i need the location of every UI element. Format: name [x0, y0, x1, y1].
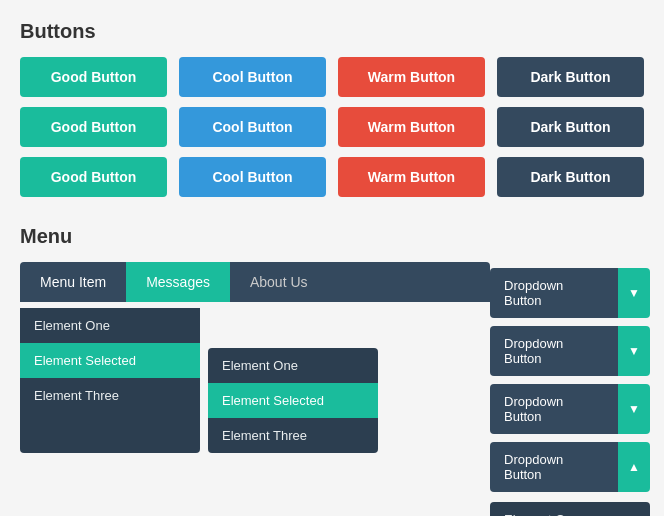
sub-dropdown-item-2[interactable]: Element Selected [208, 383, 378, 418]
sub-dropdown-item-1[interactable]: Element One [208, 348, 378, 383]
warm-button-1[interactable]: Warm Button [338, 57, 485, 97]
menu-dropdowns-row: Element One Element Selected Element Thr… [20, 308, 490, 453]
left-dropdown-item-3[interactable]: Element Three [20, 378, 200, 413]
cool-button-2[interactable]: Cool Button [179, 107, 326, 147]
sub-dropdown-item-3[interactable]: Element Three [208, 418, 378, 453]
menu-left: Menu Item Messages About Us Element One … [20, 262, 490, 516]
button-row-2: Good Button Cool Button Warm Button Dark… [20, 107, 644, 147]
dark-button-1[interactable]: Dark Button [497, 57, 644, 97]
dropdown-caret-4[interactable]: ▲ [618, 442, 650, 492]
menu-tab-about[interactable]: About Us [230, 262, 328, 302]
menu-tab-messages[interactable]: Messages [126, 262, 230, 302]
dropdown-btn-wrap-3: Dropdown Button ▼ [490, 384, 650, 434]
dropdown-btn-wrap-4: Dropdown Button ▲ [490, 442, 650, 492]
dropdown-caret-1[interactable]: ▼ [618, 268, 650, 318]
dropdown-caret-3[interactable]: ▼ [618, 384, 650, 434]
dropdown-caret-2[interactable]: ▼ [618, 326, 650, 376]
left-dropdown-item-2[interactable]: Element Selected [20, 343, 200, 378]
buttons-section: Buttons Good Button Cool Button Warm But… [20, 20, 644, 197]
button-row-1: Good Button Cool Button Warm Button Dark… [20, 57, 644, 97]
good-button-2[interactable]: Good Button [20, 107, 167, 147]
sub-dropdown: Element One Element Selected Element Thr… [208, 348, 378, 453]
right-dropdown-item-1[interactable]: Element One [490, 502, 650, 516]
left-dropdown: Element One Element Selected Element Thr… [20, 308, 200, 453]
good-button-3[interactable]: Good Button [20, 157, 167, 197]
cool-button-1[interactable]: Cool Button [179, 57, 326, 97]
menu-section: Menu Menu Item Messages About Us Element… [20, 225, 644, 516]
cool-button-3[interactable]: Cool Button [179, 157, 326, 197]
dropdown-button-4[interactable]: Dropdown Button [490, 442, 618, 492]
dropdown-btn-wrap-1: Dropdown Button ▼ [490, 268, 650, 318]
good-button-1[interactable]: Good Button [20, 57, 167, 97]
menu-title: Menu [20, 225, 644, 248]
dark-button-3[interactable]: Dark Button [497, 157, 644, 197]
left-dropdown-item-1[interactable]: Element One [20, 308, 200, 343]
warm-button-3[interactable]: Warm Button [338, 157, 485, 197]
right-open-dropdown: Element One Element Selected Element Thr… [490, 502, 650, 516]
dropdown-button-1[interactable]: Dropdown Button [490, 268, 618, 318]
button-row-3: Good Button Cool Button Warm Button Dark… [20, 157, 644, 197]
menu-bar: Menu Item Messages About Us [20, 262, 490, 302]
dropdown-button-2[interactable]: Dropdown Button [490, 326, 618, 376]
warm-button-2[interactable]: Warm Button [338, 107, 485, 147]
menu-layout: Menu Item Messages About Us Element One … [20, 262, 644, 516]
dropdown-button-3[interactable]: Dropdown Button [490, 384, 618, 434]
dropdown-btn-wrap-2: Dropdown Button ▼ [490, 326, 650, 376]
dark-button-2[interactable]: Dark Button [497, 107, 644, 147]
buttons-title: Buttons [20, 20, 644, 43]
right-dropdowns: Dropdown Button ▼ Dropdown Button ▼ Drop… [490, 262, 650, 516]
menu-tab-menu-item[interactable]: Menu Item [20, 262, 126, 302]
